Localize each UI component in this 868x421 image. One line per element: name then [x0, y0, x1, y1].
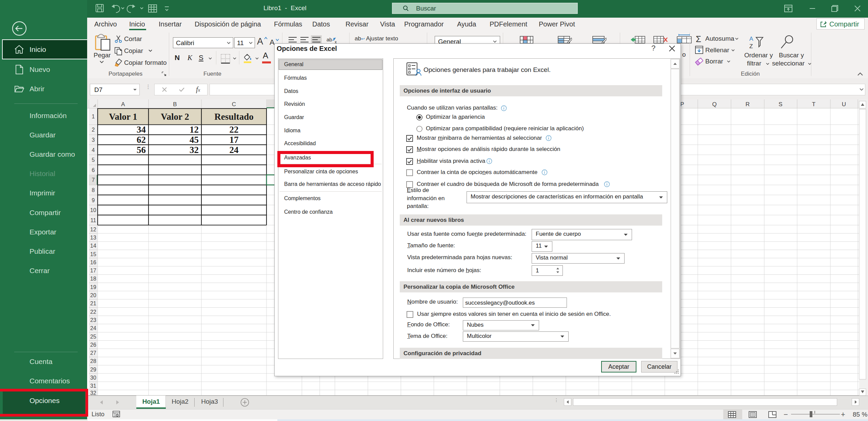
svg-text:12: 12: [90, 227, 96, 232]
svg-text:19: 19: [90, 284, 96, 290]
svg-text:2: 2: [92, 127, 95, 133]
svg-text:16: 16: [90, 260, 96, 265]
svg-text:Q: Q: [712, 101, 716, 108]
svg-text:C: C: [232, 101, 236, 108]
svg-text:S: S: [778, 101, 782, 108]
svg-text:Valor 2: Valor 2: [161, 112, 189, 122]
svg-text:24: 24: [230, 145, 239, 155]
svg-text:45: 45: [190, 135, 199, 145]
svg-text:29: 29: [90, 367, 96, 372]
svg-text:31: 31: [90, 383, 96, 389]
svg-text:20: 20: [90, 292, 96, 298]
svg-text:R: R: [746, 101, 750, 108]
svg-text:13: 13: [90, 235, 96, 241]
svg-text:P: P: [680, 101, 684, 108]
svg-text:21: 21: [90, 301, 96, 306]
svg-text:Resultado: Resultado: [214, 112, 254, 122]
svg-text:62: 62: [137, 135, 146, 145]
svg-text:10: 10: [90, 207, 96, 213]
svg-text:56: 56: [137, 145, 146, 155]
svg-text:27: 27: [90, 350, 96, 356]
svg-text:28: 28: [90, 358, 96, 364]
svg-text:17: 17: [230, 135, 239, 145]
svg-text:22: 22: [90, 309, 96, 315]
svg-text:24: 24: [90, 325, 96, 331]
svg-text:1: 1: [92, 114, 95, 119]
svg-text:Valor 1: Valor 1: [109, 112, 137, 122]
svg-text:A: A: [121, 101, 125, 108]
svg-text:B: B: [173, 101, 177, 108]
svg-text:25: 25: [90, 334, 96, 340]
svg-text:23: 23: [90, 317, 96, 323]
svg-text:6: 6: [92, 167, 95, 173]
svg-text:32: 32: [190, 145, 199, 155]
svg-text:26: 26: [90, 342, 96, 348]
svg-text:32: 32: [90, 390, 96, 396]
svg-text:T: T: [812, 101, 815, 108]
svg-text:17: 17: [90, 268, 96, 273]
svg-text:5: 5: [92, 157, 95, 163]
svg-text:30: 30: [90, 375, 96, 381]
svg-text:3: 3: [92, 137, 95, 143]
svg-text:8: 8: [92, 187, 95, 193]
svg-text:14: 14: [90, 243, 96, 249]
svg-text:4: 4: [92, 147, 95, 153]
svg-text:34: 34: [137, 125, 146, 135]
svg-text:15: 15: [90, 251, 96, 257]
svg-text:U: U: [842, 101, 846, 108]
svg-text:9: 9: [92, 197, 95, 203]
svg-text:22: 22: [230, 125, 239, 135]
svg-text:18: 18: [90, 276, 96, 282]
svg-text:11: 11: [91, 217, 96, 223]
svg-text:12: 12: [190, 125, 199, 135]
svg-text:7: 7: [92, 177, 95, 183]
